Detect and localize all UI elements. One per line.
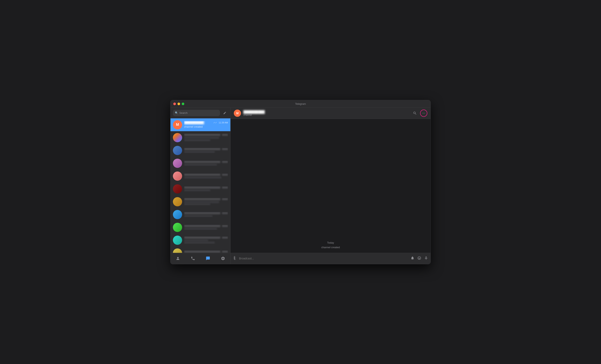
chat-time-blurred [222, 134, 228, 136]
chat-time-blurred [222, 148, 228, 150]
list-item[interactable] [170, 170, 230, 182]
sidebar: 🔍 Search M ████ [170, 108, 230, 264]
mic-button[interactable] [424, 256, 428, 261]
list-item[interactable] [170, 182, 230, 195]
chat-time-blurred [222, 174, 228, 176]
chat-info [184, 134, 228, 142]
avatar [173, 184, 182, 193]
chat-time-blurred [222, 251, 228, 253]
avatar [173, 236, 182, 245]
list-item[interactable] [170, 247, 230, 253]
minimize-button[interactable] [178, 102, 180, 105]
avatar [173, 248, 182, 253]
close-button[interactable] [173, 102, 176, 105]
search-icon: 🔍 [175, 111, 178, 114]
chat-preview: channel created [184, 125, 203, 128]
chat-name-blurred [184, 250, 220, 253]
compose-button[interactable] [221, 110, 228, 116]
chat-name-blurred [184, 212, 220, 214]
chat-preview-blurred2 [184, 242, 215, 244]
chat-name-blurred [184, 225, 220, 227]
avatar [173, 133, 182, 142]
main-content: 🔍 Search M ████ [170, 108, 431, 264]
traffic-lights [173, 102, 184, 105]
list-item[interactable] [170, 157, 230, 170]
avatar [173, 223, 182, 232]
titlebar: Telegram [170, 100, 431, 108]
chat-name-blurred [184, 198, 220, 200]
list-item[interactable] [170, 234, 230, 247]
avatar: M [173, 120, 182, 129]
chat-preview-blurred2 [184, 203, 210, 205]
chat-name-row: ██████████ ✓✓ 11:39 AM [184, 121, 228, 124]
avatar [173, 210, 182, 219]
maximize-button[interactable] [182, 102, 184, 105]
chat-list: M ██████████ ✓✓ 11:39 AM channel created [170, 118, 230, 253]
chat-preview-blurred [184, 164, 217, 166]
chat-header-avatar: M [234, 110, 241, 117]
sidebar-nav [170, 253, 230, 264]
chat-info: ██████████ ✓✓ 11:39 AM channel created [184, 121, 228, 128]
chat-preview-blurred [184, 228, 217, 230]
emoji-button[interactable] [417, 256, 421, 261]
window-title: Telegram [295, 102, 306, 105]
chat-info [184, 250, 228, 253]
sidebar-header: 🔍 Search [170, 108, 230, 118]
attach-button[interactable] [233, 256, 237, 261]
avatar [173, 172, 182, 181]
chat-preview-blurred [184, 189, 210, 192]
search-label: Search [179, 111, 188, 114]
chat-name-blurred [184, 173, 220, 176]
chat-name: ██████████ [184, 121, 213, 124]
chat-time-blurred [222, 212, 228, 214]
broadcast-input[interactable] [239, 257, 409, 260]
avatar [173, 159, 182, 168]
avatar [173, 197, 182, 206]
chat-time: 11:39 AM [219, 121, 228, 124]
list-item[interactable] [170, 221, 230, 234]
svg-point-0 [177, 257, 179, 258]
chat-info [184, 225, 228, 230]
list-item[interactable] [170, 195, 230, 208]
chat-preview-blurred [184, 215, 212, 217]
chat-header: M ██████████ channel ··· [230, 108, 431, 119]
nav-settings[interactable] [218, 255, 228, 262]
list-item[interactable] [170, 144, 230, 157]
avatar [173, 146, 182, 155]
list-item[interactable] [170, 208, 230, 221]
list-item[interactable] [170, 131, 230, 144]
chat-time-blurred [222, 237, 228, 239]
chat-item-active[interactable]: M ██████████ ✓✓ 11:39 AM channel created [170, 118, 230, 131]
chat-input-area [230, 253, 431, 264]
chat-info [184, 186, 228, 192]
chat-info [184, 161, 228, 166]
chat-time-blurred [222, 198, 228, 200]
more-options-button[interactable]: ··· [420, 110, 427, 117]
checkmarks: ✓✓ [213, 121, 217, 124]
chat-header-actions: ··· [413, 110, 427, 117]
nav-contacts[interactable] [173, 255, 182, 262]
search-bar[interactable]: 🔍 Search [173, 110, 220, 116]
chat-preview-blurred [184, 239, 208, 242]
messages-area: Today channel created [230, 119, 431, 253]
chat-info [184, 198, 228, 205]
chat-preview-blurred2 [184, 139, 210, 142]
chat-name-blurred [184, 134, 220, 136]
chat-preview-blurred [184, 176, 221, 179]
input-actions [411, 256, 428, 261]
chat-info [184, 148, 228, 153]
channel-subtitle: channel [243, 114, 411, 116]
nav-calls[interactable] [188, 255, 198, 262]
chat-name-blurred [184, 161, 220, 163]
chat-preview-blurred [184, 151, 215, 153]
channel-name: ██████████ [243, 110, 411, 114]
chat-name-blurred [184, 148, 220, 150]
chat-area: M ██████████ channel ··· [230, 108, 431, 264]
chat-time-blurred [222, 161, 228, 163]
nav-chats[interactable] [203, 255, 212, 262]
chat-info [184, 236, 228, 244]
chat-name-blurred [184, 186, 220, 189]
search-button[interactable] [413, 111, 417, 115]
bell-button[interactable] [411, 256, 414, 261]
chat-time-blurred [222, 186, 228, 189]
